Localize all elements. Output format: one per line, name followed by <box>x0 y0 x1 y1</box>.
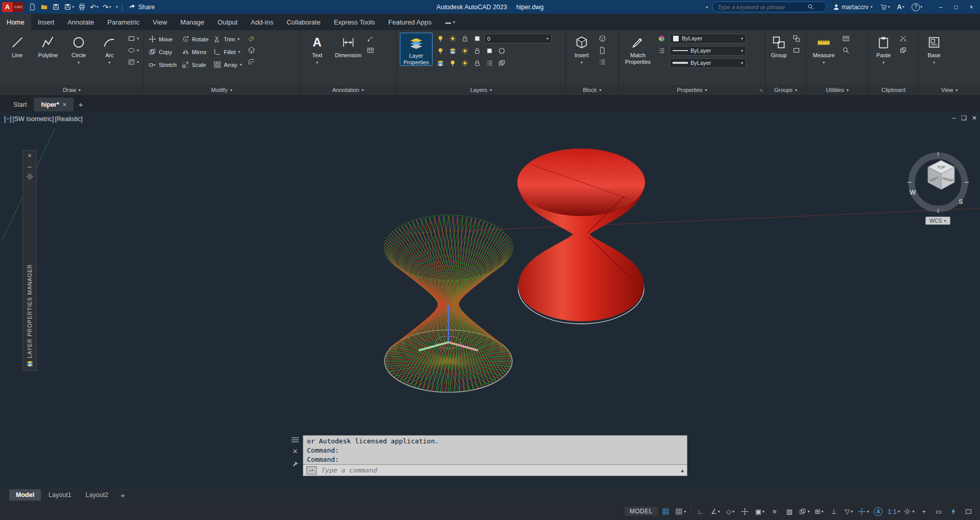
layer-properties-button[interactable]: Layer Properties <box>400 33 433 66</box>
layer-state-tool[interactable] <box>496 57 507 69</box>
create-block-tool[interactable] <box>597 33 608 44</box>
text-tool[interactable]: AText▾ <box>303 33 331 65</box>
panel-clipboard-label[interactable]: Clipboard <box>869 85 918 95</box>
layer-match-tool[interactable] <box>484 45 495 57</box>
save-as-button[interactable]: ▾ <box>62 2 76 12</box>
close-button[interactable]: × <box>964 0 979 14</box>
drawing-area[interactable]: [−] [SW Isometric] [Realistic] ─ ❏ ✕ <box>0 111 980 487</box>
circle-tool[interactable]: Circle▾ <box>65 33 93 65</box>
object-snap-toggle[interactable]: ▣▾ <box>753 506 767 517</box>
layer-off-tool[interactable] <box>435 45 446 57</box>
palette-close-icon[interactable]: × <box>28 151 31 161</box>
dimension-tool[interactable]: Dimension <box>334 33 363 59</box>
hatch-tool[interactable]: ▾ <box>126 56 140 68</box>
tab-output[interactable]: Output <box>211 14 244 30</box>
base-view-tool[interactable]: Base▾ <box>922 33 946 65</box>
array-tool[interactable]: Array▾ <box>212 58 243 71</box>
3d-object-snap-toggle[interactable]: ⊞▾ <box>812 506 826 517</box>
rotate-tool[interactable]: Rotate <box>180 33 210 45</box>
viewcube-south-label[interactable]: S <box>959 198 963 205</box>
ortho-toggle[interactable]: ∟ <box>694 506 707 517</box>
group-tool[interactable]: Group <box>768 33 790 59</box>
new-drawing-tab-button[interactable]: + <box>74 98 88 111</box>
tab-view[interactable]: View <box>146 14 174 30</box>
quick-calculator-tool[interactable] <box>841 33 851 44</box>
qat-customize-button[interactable]: ▾ <box>114 4 119 10</box>
match-properties-tool[interactable]: Match Properties <box>622 33 654 65</box>
ellipse-tool[interactable]: ▾ <box>126 44 140 56</box>
dynamic-ucs-toggle[interactable]: ⊥ <box>827 506 841 517</box>
paste-tool[interactable]: Paste▾ <box>872 33 895 65</box>
command-customize-icon[interactable]: ▭▾ <box>306 466 317 475</box>
line-tool[interactable]: Line <box>3 33 31 59</box>
layer-color-swatch[interactable] <box>472 33 483 44</box>
layer-lock-toggle[interactable] <box>460 33 470 44</box>
viewport-style-control[interactable]: [Realistic] <box>55 115 83 123</box>
help-button[interactable]: ?▾ <box>910 2 924 12</box>
measure-tool[interactable]: Measure▾ <box>809 33 838 65</box>
layout-tab-model[interactable]: Model <box>9 489 41 501</box>
layer-on-all-tool[interactable] <box>447 57 458 69</box>
command-window[interactable]: or Autodesk licensed application. Comman… <box>303 435 687 476</box>
command-palette-handle[interactable]: × <box>290 435 300 476</box>
tab-featured-apps[interactable]: Featured Apps <box>381 14 438 30</box>
lineweight-toggle[interactable]: ≡ <box>768 506 781 517</box>
layer-unisolate-tool[interactable] <box>435 57 446 69</box>
panel-view-label[interactable]: View▾ <box>919 85 980 95</box>
polyline-tool[interactable]: Polyline <box>34 33 62 59</box>
panel-annotation-label[interactable]: Annotation▾ <box>300 85 396 95</box>
layer-previous-tool[interactable] <box>496 45 507 57</box>
rectangle-tool[interactable]: ▾ <box>126 33 140 44</box>
palette-settings-icon[interactable] <box>26 171 34 181</box>
sign-in-button[interactable]: martaccrv ▾ <box>831 2 874 12</box>
lineweight-select[interactable]: ByLayer▾ <box>670 58 746 68</box>
selection-filtering-toggle[interactable]: ▽▾ <box>842 506 855 517</box>
hardware-acceleration-toggle[interactable] <box>947 506 960 517</box>
modelspace-toggle[interactable]: MODEL <box>625 507 658 516</box>
command-close-icon[interactable]: × <box>293 447 297 456</box>
write-block-tool[interactable] <box>597 44 608 56</box>
copy-tool[interactable]: Copy <box>147 45 178 58</box>
layer-thaw-all-tool[interactable] <box>460 57 470 69</box>
open-file-button[interactable] <box>39 2 50 12</box>
insert-block-tool[interactable]: Insert▾ <box>569 33 594 65</box>
offset-tool[interactable] <box>246 56 257 68</box>
search-icon[interactable] <box>807 4 814 10</box>
search-input[interactable] <box>716 4 804 11</box>
command-history[interactable]: or Autodesk licensed application. Comman… <box>303 435 687 465</box>
layer-lock-tool[interactable] <box>472 45 483 57</box>
viewcube[interactable]: W S TOP LEFT FRONT <box>900 144 976 221</box>
multileader-tool[interactable] <box>365 33 376 44</box>
clean-screen-toggle[interactable] <box>962 506 975 517</box>
trim-tool[interactable]: Trim▾ <box>212 33 243 45</box>
block-attributes-tool[interactable] <box>597 56 608 68</box>
ungroup-tool[interactable] <box>791 33 802 44</box>
viewcube-cube[interactable]: TOP LEFT FRONT <box>928 160 955 190</box>
command-drag-handle-icon[interactable] <box>292 436 299 442</box>
mirror-tool[interactable]: Mirror <box>180 45 210 58</box>
fillet-tool[interactable]: Fillet▾ <box>212 45 243 58</box>
autodesk-app-button[interactable]: A▾ <box>896 2 906 12</box>
transparency-toggle[interactable]: ▨ <box>783 506 796 517</box>
minimize-button[interactable]: – <box>933 0 948 14</box>
tab-home[interactable]: Home <box>0 14 31 30</box>
annotation-monitor-toggle[interactable]: + <box>917 506 930 517</box>
tab-insert[interactable]: Insert <box>31 14 61 30</box>
erase-tool[interactable] <box>246 33 257 44</box>
new-layout-button[interactable]: + <box>116 491 130 500</box>
viewcube-west-label[interactable]: W <box>910 188 916 196</box>
plot-button[interactable] <box>77 2 87 12</box>
maximize-button[interactable]: □ <box>948 0 964 14</box>
file-tab-start[interactable]: Start <box>6 98 34 111</box>
scale-tool[interactable]: Scale <box>180 58 210 71</box>
grid-display-toggle[interactable] <box>659 506 673 517</box>
gizmo-toggle[interactable]: ▾ <box>857 506 870 517</box>
panel-draw-label[interactable]: Draw▾ <box>0 85 144 95</box>
object-snap-tracking-toggle[interactable] <box>738 506 752 517</box>
explode-tool[interactable] <box>246 44 257 56</box>
layer-select[interactable]: 0▾ <box>484 34 552 43</box>
cut-tool[interactable] <box>898 33 909 44</box>
store-cart-button[interactable]: ▾ <box>878 2 892 12</box>
panel-block-label[interactable]: Block▾ <box>566 85 618 95</box>
app-menu-button[interactable]: A CAD <box>2 2 24 12</box>
